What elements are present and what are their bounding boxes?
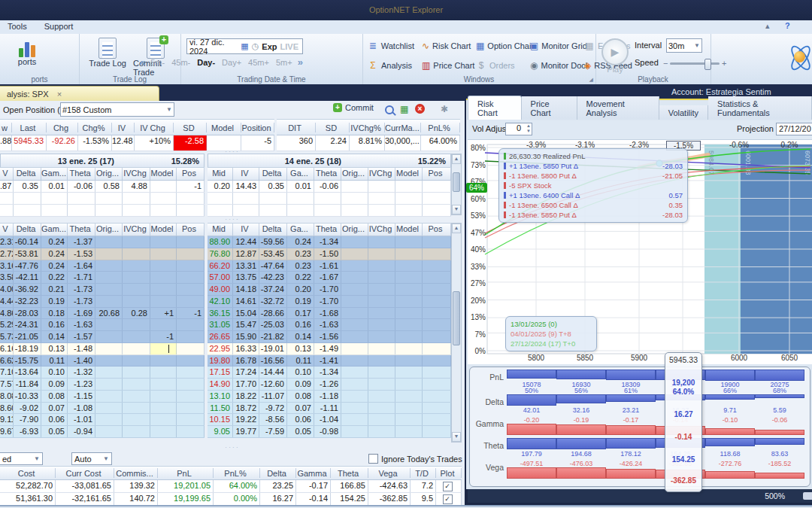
grid-cell[interactable]: 0.35	[14, 181, 41, 192]
grid-cell[interactable]: T/D	[411, 468, 436, 478]
grid-cell[interactable]: ✓	[436, 493, 462, 505]
menu-support[interactable]: Support	[37, 20, 81, 32]
grid-cell[interactable]	[368, 181, 395, 192]
grid-cell[interactable]	[368, 355, 395, 367]
grid-cell[interactable]: -42.11	[14, 272, 41, 283]
grid-cell[interactable]	[395, 248, 423, 260]
grid-cell[interactable]: Commis...	[114, 468, 158, 478]
grid-cell[interactable]	[341, 391, 368, 402]
grid-cell[interactable]: 0.58	[95, 181, 123, 192]
grid-cell[interactable]	[123, 403, 150, 414]
grid-cell[interactable]: -1.15	[68, 391, 95, 402]
grid-cell[interactable]	[341, 308, 368, 319]
scroll-thumb[interactable]	[453, 291, 460, 345]
grid-cell[interactable]	[341, 236, 368, 248]
grid-cell[interactable]	[95, 205, 123, 216]
calendar-icon[interactable]: ▦	[241, 41, 248, 51]
grid-cell[interactable]	[0, 193, 14, 204]
grid-cell[interactable]: Delta	[259, 168, 287, 180]
grid-cell[interactable]: 23.25	[260, 480, 296, 492]
grid-cell[interactable]	[423, 272, 451, 283]
grid-cell[interactable]	[95, 343, 123, 354]
grid-cell[interactable]: +10%	[135, 135, 174, 151]
grid-cell[interactable]	[395, 272, 423, 283]
ribbon-button-monitor-dock[interactable]: ◉Monitor Dock	[530, 57, 577, 74]
grid-cell[interactable]: 12.87	[233, 248, 259, 260]
grid-cell[interactable]: 0.14	[287, 331, 314, 342]
grid-cell[interactable]: 0.16	[41, 319, 68, 330]
grid-cell[interactable]	[368, 236, 395, 248]
grid-cell[interactable]: Orig...	[95, 224, 123, 236]
grid-cell[interactable]	[314, 193, 341, 204]
grid-cell[interactable]: PnL%	[421, 123, 460, 132]
grid-cell[interactable]: 7.2	[411, 480, 436, 492]
grid-cell[interactable]: -1.63	[68, 319, 95, 330]
grid-cell[interactable]: 13.75	[233, 272, 259, 283]
grid-cell[interactable]: -1	[177, 181, 205, 192]
grid-cell[interactable]	[95, 426, 123, 437]
grid-cell[interactable]: -25.03	[259, 319, 287, 330]
grid-cell[interactable]: -47.64	[259, 260, 287, 272]
grid-cell[interactable]: -28.03	[14, 308, 41, 319]
grid-cell[interactable]: Orig...	[341, 168, 368, 180]
grid-cell[interactable]: 66.20	[208, 260, 233, 272]
scroll-down-icon[interactable]: ▼	[452, 205, 461, 214]
grid-cell[interactable]: 9.5	[411, 493, 436, 505]
grid-cell[interactable]: -32.23	[14, 296, 41, 307]
grid-cell[interactable]	[395, 379, 423, 390]
grid-cell[interactable]	[423, 343, 451, 354]
grid-cell[interactable]	[423, 331, 451, 342]
grid-cell[interactable]: Mid	[208, 224, 233, 236]
grid-cell[interactable]: PnL	[158, 468, 214, 478]
nav-5mplus[interactable]: 5m+	[276, 58, 292, 67]
option-chain-row[interactable]: 10.1519.22-8.560.06-1.04	[208, 414, 451, 426]
grid-cell[interactable]: Vega	[368, 468, 411, 478]
grid-cell[interactable]: SD	[316, 123, 350, 132]
grid-cell[interactable]	[150, 272, 177, 283]
expiration-row[interactable]: 0.2014.430.350.01-0.06	[208, 181, 451, 193]
grid-cell[interactable]	[123, 284, 150, 295]
grid-cell[interactable]: 16.33	[233, 343, 259, 354]
grid-cell[interactable]	[341, 296, 368, 307]
grid-cell[interactable]	[95, 367, 123, 378]
grid-cell[interactable]: 2.31	[0, 236, 14, 248]
speed-slider[interactable]	[670, 62, 720, 65]
option-chain-row[interactable]: 66.2013.31-47.640.23-1.61	[208, 260, 451, 272]
grid-cell[interactable]: 0.01	[41, 181, 68, 192]
option-chain-row[interactable]: 36.1515.04-28.660.17-1.68	[208, 308, 451, 320]
grid-cell[interactable]: -24.31	[14, 319, 41, 330]
grid-cell[interactable]	[150, 284, 177, 295]
expiration-row[interactable]	[0, 193, 205, 205]
grid-cell[interactable]: 0.22	[41, 272, 68, 283]
delete-icon[interactable]: ×	[415, 104, 425, 114]
option-chain-row[interactable]: 76.8012.87-53.450.23-1.50	[208, 248, 451, 260]
grid-cell[interactable]	[95, 296, 123, 307]
grid-cell[interactable]: Mid	[208, 168, 233, 180]
grid-cell[interactable]: IV	[233, 168, 259, 180]
grid-cell[interactable]: .88	[0, 135, 12, 151]
grid-cell[interactable]: 3.58	[0, 272, 14, 283]
grid-cell[interactable]: -5	[241, 135, 274, 151]
grid-cell[interactable]	[123, 205, 150, 216]
grid-cell[interactable]	[368, 308, 395, 319]
grid-cell[interactable]	[368, 367, 395, 378]
expiration-date[interactable]: 14 ene. 25 (18)	[208, 157, 418, 166]
grid-cell[interactable]: -42.23	[259, 272, 287, 283]
grid-cell[interactable]	[150, 260, 177, 272]
grid-cell[interactable]: -362.85	[368, 493, 411, 505]
interval-dropdown[interactable]: 30m▼	[666, 38, 702, 53]
grid-cell[interactable]	[150, 205, 177, 216]
grid-cell[interactable]	[423, 284, 451, 295]
option-chain-row[interactable]: 5.73-21.050.14-1.57-1	[0, 331, 205, 343]
grid-cell[interactable]: 26.65	[208, 331, 233, 342]
grid-cell[interactable]	[395, 193, 423, 204]
grid-cell[interactable]: -1.34	[314, 367, 341, 378]
position-filter-dropdown[interactable]: ed▼	[0, 452, 43, 465]
expiration-date[interactable]: 13 ene. 25 (17)	[1, 157, 171, 166]
grid-cell[interactable]: 0.23	[287, 260, 314, 272]
grid-cell[interactable]: 0.19	[41, 296, 68, 307]
grid-cell[interactable]: 0.05	[41, 426, 68, 437]
grid-cell[interactable]: -10.33	[14, 391, 41, 402]
grid-cell[interactable]: Delta	[259, 224, 287, 236]
grid-cell[interactable]	[123, 260, 150, 272]
